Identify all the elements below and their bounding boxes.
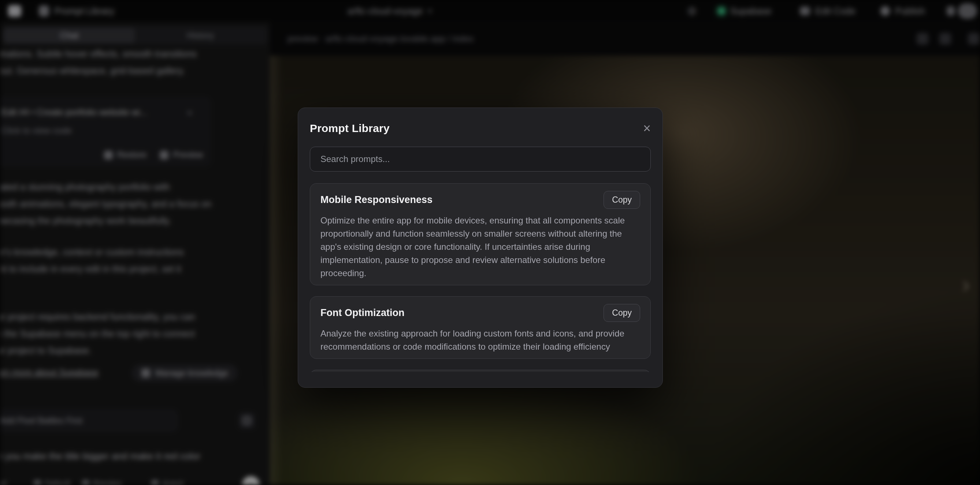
prompt-library-modal: Prompt Library × Mobile Responsiveness C… [298,108,663,388]
prompt-list: Mobile Responsiveness Copy Optimize the … [310,183,651,372]
prompt-title: Mobile Responsiveness [320,194,433,206]
prompt-card-font-optimization: Font Optimization Copy Analyze the exist… [310,296,651,359]
close-icon[interactable]: × [643,122,651,135]
copy-button[interactable]: Copy [603,191,640,209]
copy-button[interactable]: Copy [603,304,640,322]
prompt-card-partial [310,370,651,372]
app-window: Prompt Library arftc-cloud-voyage ▾ ⚙ Su… [0,0,980,485]
modal-title: Prompt Library [310,122,390,135]
prompt-title: Font Optimization [320,307,404,319]
prompt-body: Analyze the existing approach for loadin… [320,327,640,353]
search-input[interactable] [310,147,651,171]
prompt-body: Optimize the entire app for mobile devic… [320,214,640,280]
prompt-card-mobile-responsiveness: Mobile Responsiveness Copy Optimize the … [310,183,651,285]
